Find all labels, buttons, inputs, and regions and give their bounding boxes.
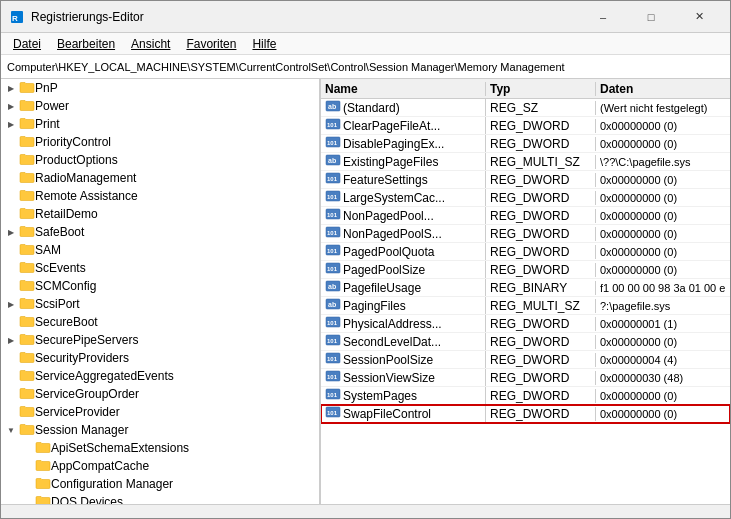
entry-name: PagingFiles (343, 299, 406, 313)
tree-item[interactable]: ServiceProvider (1, 403, 319, 421)
tree-item[interactable]: PnP (1, 79, 319, 97)
cell-name: 101PagedPoolSize (321, 261, 486, 278)
cell-data: 0x00000000 (0) (596, 336, 730, 348)
table-row[interactable]: 101FeatureSettingsREG_DWORD0x00000000 (0… (321, 171, 730, 189)
maximize-button[interactable]: □ (628, 1, 674, 33)
svg-text:ab: ab (328, 157, 336, 164)
reg-type-icon: ab (325, 99, 341, 116)
folder-icon (19, 152, 35, 169)
tree-item[interactable]: ServiceAggregatedEvents (1, 367, 319, 385)
cell-type: REG_DWORD (486, 353, 596, 367)
table-row[interactable]: abPagingFilesREG_MULTI_SZ?:\pagefile.sys (321, 297, 730, 315)
table-row[interactable]: 101DisablePagingEx...REG_DWORD0x00000000… (321, 135, 730, 153)
entry-name: SecondLevelDat... (343, 335, 441, 349)
menu-ansicht[interactable]: Ansicht (123, 35, 178, 53)
folder-icon (19, 98, 35, 115)
menu-datei[interactable]: Datei (5, 35, 49, 53)
reg-type-icon: 101 (325, 387, 341, 404)
table-row[interactable]: 101LargeSystemCac...REG_DWORD0x00000000 … (321, 189, 730, 207)
reg-type-icon: 101 (325, 333, 341, 350)
table-row[interactable]: 101SystemPagesREG_DWORD0x00000000 (0) (321, 387, 730, 405)
entry-name: (Standard) (343, 101, 400, 115)
minimize-button[interactable]: – (580, 1, 626, 33)
expand-icon[interactable] (5, 82, 17, 94)
cell-data: 0x00000000 (0) (596, 228, 730, 240)
tree-item[interactable]: ScEvents (1, 259, 319, 277)
cell-data: 0x00000000 (0) (596, 210, 730, 222)
table-row[interactable]: 101NonPagedPool...REG_DWORD0x00000000 (0… (321, 207, 730, 225)
tree-item[interactable]: AppCompatCache (1, 457, 319, 475)
cell-type: REG_DWORD (486, 335, 596, 349)
cell-type: REG_DWORD (486, 389, 596, 403)
tree-item[interactable]: Power (1, 97, 319, 115)
cell-name: abPagefileUsage (321, 279, 486, 296)
tree-item[interactable]: RetailDemo (1, 205, 319, 223)
expand-icon[interactable] (5, 226, 17, 238)
details-panel[interactable]: Name Typ Daten ab(Standard)REG_SZ(Wert n… (321, 79, 730, 504)
tree-item[interactable]: Configuration Manager (1, 475, 319, 493)
cell-type: REG_DWORD (486, 173, 596, 187)
cell-name: 101SystemPages (321, 387, 486, 404)
tree-item[interactable]: ServiceGroupOrder (1, 385, 319, 403)
menu-favoriten[interactable]: Favoriten (178, 35, 244, 53)
svg-text:101: 101 (327, 374, 338, 380)
tree-panel[interactable]: PnP Power Print PriorityControl ProductO… (1, 79, 321, 504)
expand-icon[interactable] (5, 100, 17, 112)
reg-type-icon: 101 (325, 405, 341, 422)
expand-icon[interactable] (5, 424, 17, 436)
table-row[interactable]: abExistingPageFilesREG_MULTI_SZ\??\C:\pa… (321, 153, 730, 171)
expand-icon[interactable] (5, 118, 17, 130)
tree-item[interactable]: ProductOptions (1, 151, 319, 169)
tree-item-label: RadioManagement (35, 171, 136, 185)
cell-type: REG_DWORD (486, 371, 596, 385)
expand-icon[interactable] (5, 334, 17, 346)
folder-icon (19, 332, 35, 349)
tree-item[interactable]: PriorityControl (1, 133, 319, 151)
menu-bearbeiten[interactable]: Bearbeiten (49, 35, 123, 53)
svg-text:101: 101 (327, 176, 338, 182)
menu-hilfe[interactable]: Hilfe (244, 35, 284, 53)
tree-item-label: Power (35, 99, 69, 113)
cell-type: REG_BINARY (486, 281, 596, 295)
tree-item-label: DOS Devices (51, 495, 123, 504)
folder-icon (35, 440, 51, 457)
tree-item-label: AppCompatCache (51, 459, 149, 473)
tree-item[interactable]: SafeBoot (1, 223, 319, 241)
table-row[interactable]: 101PagedPoolQuotaREG_DWORD0x00000000 (0) (321, 243, 730, 261)
table-row[interactable]: 101SessionPoolSizeREG_DWORD0x00000004 (4… (321, 351, 730, 369)
expand-icon[interactable] (5, 298, 17, 310)
folder-icon (19, 314, 35, 331)
tree-item-label: ServiceGroupOrder (35, 387, 139, 401)
tree-item[interactable]: ScsiPort (1, 295, 319, 313)
entry-name: DisablePagingEx... (343, 137, 444, 151)
tree-item[interactable]: SecurityProviders (1, 349, 319, 367)
table-row[interactable]: 101ClearPageFileAt...REG_DWORD0x00000000… (321, 117, 730, 135)
svg-text:101: 101 (327, 338, 338, 344)
table-row[interactable]: 101SessionViewSizeREG_DWORD0x00000030 (4… (321, 369, 730, 387)
close-button[interactable]: ✕ (676, 1, 722, 33)
tree-item[interactable]: ApiSetSchemaExtensions (1, 439, 319, 457)
table-row[interactable]: 101NonPagedPoolS...REG_DWORD0x00000000 (… (321, 225, 730, 243)
tree-item[interactable]: Session Manager (1, 421, 319, 439)
table-row[interactable]: 101SwapFileControlREG_DWORD0x00000000 (0… (321, 405, 730, 423)
tree-item[interactable]: SAM (1, 241, 319, 259)
tree-item[interactable]: Print (1, 115, 319, 133)
table-row[interactable]: 101SecondLevelDat...REG_DWORD0x00000000 … (321, 333, 730, 351)
tree-item[interactable]: SecureBoot (1, 313, 319, 331)
cell-data: 0x00000004 (4) (596, 354, 730, 366)
table-row[interactable]: ab(Standard)REG_SZ(Wert nicht festgelegt… (321, 99, 730, 117)
cell-type: REG_DWORD (486, 227, 596, 241)
tree-item[interactable]: SCMConfig (1, 277, 319, 295)
reg-type-icon: 101 (325, 261, 341, 278)
table-row[interactable]: 101PhysicalAddress...REG_DWORD0x00000001… (321, 315, 730, 333)
tree-item[interactable]: Remote Assistance (1, 187, 319, 205)
tree-item[interactable]: RadioManagement (1, 169, 319, 187)
tree-item-label: ProductOptions (35, 153, 118, 167)
folder-icon (19, 242, 35, 259)
table-row[interactable]: abPagefileUsageREG_BINARYf1 00 00 00 98 … (321, 279, 730, 297)
table-row[interactable]: 101PagedPoolSizeREG_DWORD0x00000000 (0) (321, 261, 730, 279)
cell-name: 101NonPagedPoolS... (321, 225, 486, 242)
tree-item[interactable]: SecurePipeServers (1, 331, 319, 349)
tree-item[interactable]: DOS Devices (1, 493, 319, 504)
cell-name: 101LargeSystemCac... (321, 189, 486, 206)
